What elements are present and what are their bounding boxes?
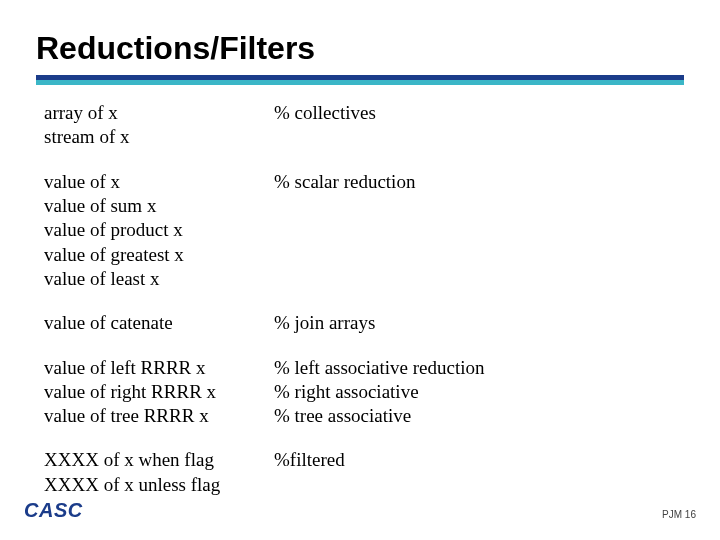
rule-bar-bottom — [36, 80, 684, 85]
block-right: % left associative reduction % right ass… — [274, 356, 684, 429]
block-left: array of x stream of x — [44, 101, 274, 150]
block: XXXX of x when flag XXXX of x unless fla… — [44, 448, 684, 497]
block-right: %filtered — [274, 448, 684, 472]
block-left: value of catenate — [44, 311, 274, 335]
block-left: XXXX of x when flag XXXX of x unless fla… — [44, 448, 274, 497]
block-right: % scalar reduction — [274, 170, 684, 194]
content: array of x stream of x % collectives val… — [36, 101, 684, 497]
block: value of x value of sum x value of produ… — [44, 170, 684, 292]
page-title: Reductions/Filters — [36, 30, 684, 67]
footer-page: PJM 16 — [662, 509, 696, 520]
block-left: value of x value of sum x value of produ… — [44, 170, 274, 292]
title-rule — [36, 75, 684, 87]
block-right: % collectives — [274, 101, 684, 125]
block: array of x stream of x % collectives — [44, 101, 684, 150]
slide: Reductions/Filters array of x stream of … — [0, 0, 720, 540]
footer-logo: CASC — [24, 499, 83, 522]
block: value of left RRRR x value of right RRRR… — [44, 356, 684, 429]
block: value of catenate % join arrays — [44, 311, 684, 335]
block-right: % join arrays — [274, 311, 684, 335]
block-left: value of left RRRR x value of right RRRR… — [44, 356, 274, 429]
